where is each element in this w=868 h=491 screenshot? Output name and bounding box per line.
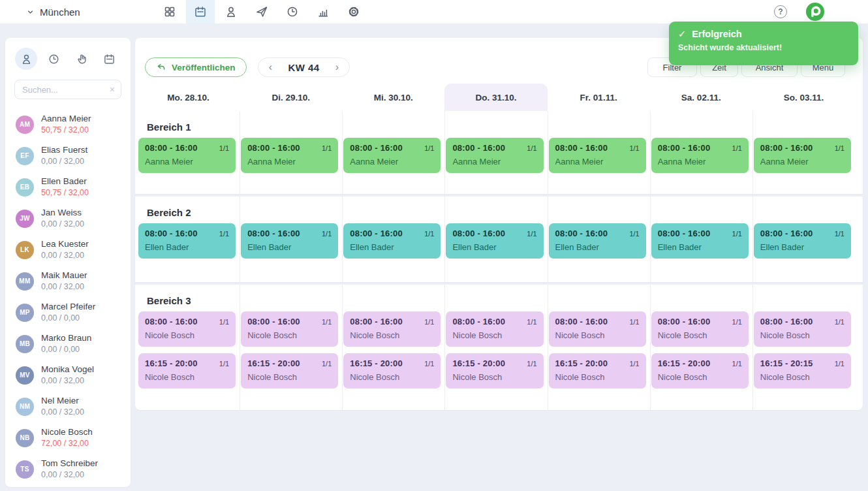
shift-row: 08:00 - 16:001/1Nicole Bosch08:00 - 16:0… [135,311,863,347]
shift-card[interactable]: 08:00 - 16:001/1Aanna Meier [754,138,851,173]
sidebar-tab-assign[interactable] [70,48,93,70]
shift-card[interactable]: 08:00 - 16:001/1Aanna Meier [446,138,543,173]
sidebar-tab-absences[interactable] [99,48,121,70]
employee-list-item[interactable]: MBMarko Braun0,00 / 0,00 [5,333,131,355]
search-input[interactable] [14,80,121,99]
employee-list-item[interactable]: MMMaik Mauer0,00 / 32,00 [5,270,131,292]
shift-ratio: 1/1 [629,360,639,368]
shift-card[interactable]: 08:00 - 16:001/1Aanna Meier [241,138,338,173]
employee-list-item[interactable]: NMNel Meier0,00 / 32,00 [5,396,131,417]
shift-card[interactable]: 08:00 - 16:001/1Ellen Bader [549,223,646,259]
help-button[interactable]: ? [774,5,787,18]
employee-list-item[interactable]: LKLea Kuester0,00 / 32,00 [5,239,131,261]
shift-card[interactable]: 08:00 - 16:001/1Nicole Bosch [549,311,646,347]
section-block-2: Bereich 208:00 - 16:001/1Ellen Bader08:0… [135,197,863,282]
shift-card[interactable]: 08:00 - 16:001/1Nicole Bosch [138,311,236,347]
next-week-button[interactable]: › [328,59,345,76]
employee-list-item[interactable]: EFElias Fuerst0,00 / 32,00 [5,145,131,166]
nav-settings[interactable] [339,0,368,24]
nav-calendar[interactable] [186,0,215,24]
section-title: Bereich 3 [135,285,863,307]
shift-employee: Aanna Meier [145,157,229,166]
shift-ratio: 1/1 [424,360,434,368]
chevron-down-icon [26,8,35,16]
shift-card[interactable]: 16:15 - 20:001/1Nicole Bosch [343,353,441,388]
week-navigator: ‹ KW 44 › [258,57,350,77]
nav-reports[interactable] [309,0,337,24]
shift-employee: Aanna Meier [760,157,845,166]
clock-icon [48,53,60,65]
avatar: MP [16,304,34,322]
day-header-1[interactable]: Di. 29.10. [240,84,342,111]
shift-row: 08:00 - 16:001/1Ellen Bader08:00 - 16:00… [135,223,863,259]
shift-card[interactable]: 16:15 - 20:151/1Nicole Bosch [754,353,851,388]
employee-name: Marcel Pfeifer [41,302,95,312]
nav-messages[interactable] [247,0,276,24]
shift-card[interactable]: 08:00 - 16:001/1Nicole Bosch [343,311,441,347]
shift-ratio: 1/1 [835,360,845,368]
brand-logo-icon[interactable] [805,2,825,22]
shift-time: 08:00 - 16:00 [145,143,198,153]
day-header-0[interactable]: Mo. 28.10. [137,84,240,111]
shift-card[interactable]: 08:00 - 16:001/1Aanna Meier [549,138,646,173]
day-header-2[interactable]: Mi. 30.10. [342,84,444,111]
day-header-4[interactable]: Fr. 01.11. [548,84,650,111]
shift-card[interactable]: 08:00 - 16:001/1Nicole Bosch [651,311,749,347]
shift-card[interactable]: 08:00 - 16:001/1Ellen Bader [241,223,338,259]
sidebar-tabs [5,38,131,70]
sidebar-tab-times[interactable] [43,48,65,70]
employee-list-item[interactable]: EBEllen Bader50,75 / 32,00 [5,176,131,198]
day-slot: 08:00 - 16:001/1Ellen Bader [444,223,547,259]
shift-card[interactable]: 08:00 - 16:001/1Ellen Bader [446,223,543,259]
employee-list-item[interactable]: AMAanna Meier50,75 / 32,00 [5,114,131,135]
sidebar-tab-employees[interactable] [15,48,37,70]
employee-name: Nicole Bosch [41,427,93,437]
employee-list-item[interactable]: NBNicole Bosch72,00 / 32,00 [5,427,131,449]
location-selector[interactable]: München [26,0,80,24]
day-slot: 08:00 - 16:001/1Nicole Bosch [137,311,240,347]
shift-card[interactable]: 16:15 - 20:001/1Nicole Bosch [446,353,543,388]
shift-card[interactable]: 08:00 - 16:001/1Ellen Bader [651,223,749,259]
day-header-5[interactable]: Sa. 02.11. [650,84,752,111]
avatar: LK [16,241,34,259]
shift-card[interactable]: 08:00 - 16:001/1Nicole Bosch [446,311,543,347]
day-slot: 08:00 - 16:001/1Ellen Bader [548,223,650,259]
prev-week-button[interactable]: ‹ [262,59,279,76]
shift-card[interactable]: 08:00 - 16:001/1Ellen Bader [754,223,851,259]
check-icon: ✓ [678,29,686,39]
schedule-panel: Veröffentlichen ‹ KW 44 › FilterZeitAnsi… [135,38,863,410]
shift-ratio: 1/1 [219,230,229,238]
shift-ratio: 1/1 [424,230,434,238]
shift-time: 08:00 - 16:00 [760,317,813,326]
shift-card[interactable]: 08:00 - 16:001/1Aanna Meier [651,138,749,173]
nav-employees[interactable] [217,0,245,24]
shift-card[interactable]: 08:00 - 16:001/1Nicole Bosch [241,311,338,347]
avatar: EF [16,147,34,165]
day-header-6[interactable]: So. 03.11. [752,84,855,111]
shift-card[interactable]: 16:15 - 20:001/1Nicole Bosch [549,353,646,388]
employee-hours: 72,00 / 32,00 [41,438,93,449]
shift-card[interactable]: 08:00 - 16:001/1Nicole Bosch [754,311,851,347]
employee-list-item[interactable]: MPMarcel Pfeifer0,00 / 0,00 [5,302,131,323]
day-slot: 08:00 - 16:001/1Ellen Bader [650,223,752,259]
shift-card[interactable]: 08:00 - 16:001/1Ellen Bader [343,223,441,259]
shift-card[interactable]: 16:15 - 20:001/1Nicole Bosch [651,353,749,388]
publish-button[interactable]: Veröffentlichen [145,57,247,77]
employee-list-item[interactable]: JWJan Weiss0,00 / 32,00 [5,208,131,229]
clear-search-icon[interactable]: × [110,84,115,95]
shift-card[interactable]: 16:15 - 20:001/1Nicole Bosch [241,353,338,388]
shift-time: 08:00 - 16:00 [452,317,505,326]
nav-dashboard[interactable] [155,0,184,24]
nav-time-tracking[interactable] [278,0,307,24]
shift-card[interactable]: 16:15 - 20:001/1Nicole Bosch [138,353,236,388]
shift-card[interactable]: 08:00 - 16:001/1Aanna Meier [138,138,236,173]
shift-time: 08:00 - 16:00 [247,143,300,153]
day-header-3[interactable]: Do. 31.10. [444,84,547,111]
shift-time: 08:00 - 16:00 [350,143,403,153]
shift-ratio: 1/1 [527,318,536,326]
person-icon [20,53,33,65]
shift-card[interactable]: 08:00 - 16:001/1Ellen Bader [138,223,236,259]
employee-list-item[interactable]: TSTom Schreiber0,00 / 32,00 [5,458,131,480]
shift-card[interactable]: 08:00 - 16:001/1Aanna Meier [343,138,441,173]
employee-list-item[interactable]: MVMonika Vogel0,00 / 32,00 [5,364,131,386]
